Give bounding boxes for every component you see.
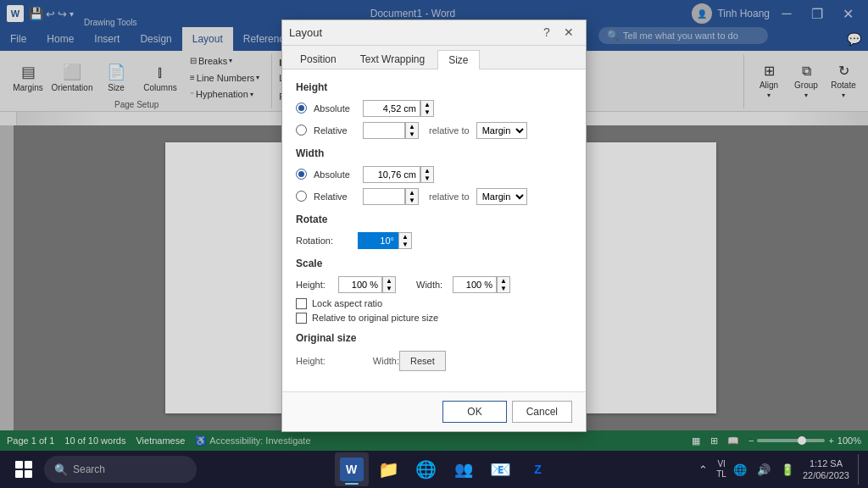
rotation-spin-up[interactable]: ▲: [399, 233, 411, 241]
height-rel-input[interactable]: [363, 122, 405, 139]
width-input[interactable]: [363, 166, 420, 183]
modal-close-button[interactable]: ✕: [559, 23, 579, 42]
height-rel-spinbox: ▲ ▼: [405, 122, 419, 139]
scale-height-spinbox: ▲ ▼: [382, 276, 396, 293]
start-button[interactable]: [7, 452, 41, 486]
height-relative-to-select[interactable]: Margin: [476, 122, 527, 139]
windows-icon: [15, 461, 32, 478]
height-spinbox: ▲ ▼: [420, 100, 434, 117]
taskbar-chrome[interactable]: 🌐: [409, 452, 443, 486]
height-absolute-row: Absolute ▲ ▼: [296, 100, 572, 117]
original-size-section: Original size Height: Width: Reset: [296, 332, 572, 371]
taskbar-zalo[interactable]: Z: [521, 452, 555, 486]
height-rel-spin-up[interactable]: ▲: [406, 123, 418, 130]
taskbar-outlook[interactable]: 📧: [484, 452, 518, 486]
width-input-group: ▲ ▼: [363, 166, 434, 183]
lock-aspect-label: Lock aspect ratio: [312, 298, 382, 308]
modal-tab-size[interactable]: Size: [437, 50, 479, 69]
height-spin-up[interactable]: ▲: [421, 101, 433, 108]
width-spin-up[interactable]: ▲: [421, 167, 433, 175]
width-section-label: Width: [296, 147, 572, 159]
scale-height-label: Height:: [296, 280, 331, 290]
scale-height-spin-up[interactable]: ▲: [383, 277, 395, 285]
tray-chevron-icon[interactable]: ⌃: [693, 459, 713, 480]
scale-height-input-group: ▲ ▼: [338, 276, 396, 293]
relative-original-row: Relative to original picture size: [296, 313, 572, 324]
system-tray: ⌃ VITL 🌐 🔊 🔋: [693, 459, 798, 480]
cancel-button[interactable]: Cancel: [512, 401, 572, 423]
original-height-label: Height:: [296, 356, 326, 366]
width-relative-row: Relative ▲ ▼ relative to Margin: [296, 188, 572, 205]
taskbar-search-label: Search: [73, 463, 105, 475]
width-absolute-row: Absolute ▲ ▼: [296, 166, 572, 183]
taskbar-right: ⌃ VITL 🌐 🔊 🔋 1:12 SA 22/06/2023: [693, 454, 861, 485]
modal-body: Height Absolute ▲ ▼: [282, 69, 586, 391]
volume-icon[interactable]: 🔊: [754, 459, 774, 480]
height-rel-spin-down[interactable]: ▼: [406, 130, 418, 138]
width-relative-to-label: relative to: [429, 191, 470, 202]
original-size-row: Height: Width:: [296, 356, 399, 366]
modal-footer: OK Cancel: [282, 391, 586, 431]
scale-height-spin-down[interactable]: ▼: [383, 285, 395, 292]
height-input[interactable]: [363, 100, 420, 117]
height-rel-input-group: ▲ ▼: [363, 122, 419, 139]
width-rel-input[interactable]: [363, 188, 405, 205]
ok-button[interactable]: OK: [442, 401, 506, 423]
show-desktop-button[interactable]: [858, 454, 861, 485]
height-spin-down[interactable]: ▼: [421, 108, 433, 116]
modal-tab-position[interactable]: Position: [289, 49, 348, 69]
width-spinbox: ▲ ▼: [420, 166, 434, 183]
width-section: Width Absolute ▲ ▼: [296, 147, 572, 205]
rotate-section: Rotate Rotation: ▲ ▼: [296, 214, 572, 249]
width-rel-spinbox: ▲ ▼: [405, 188, 419, 205]
original-width-label: Width:: [373, 356, 399, 366]
height-input-group: ▲ ▼: [363, 100, 434, 117]
width-absolute-label: Absolute: [314, 169, 356, 180]
modal-help-button[interactable]: ?: [537, 23, 557, 42]
taskbar-file-explorer[interactable]: 📁: [372, 452, 406, 486]
scale-width-spin-up[interactable]: ▲: [498, 277, 509, 285]
height-relative-to-label: relative to: [429, 125, 470, 136]
taskbar-teams[interactable]: 👥: [447, 452, 481, 486]
reset-button[interactable]: Reset: [399, 351, 446, 371]
rotation-spin-down[interactable]: ▼: [399, 241, 411, 248]
rotation-spinbox: ▲ ▼: [398, 232, 412, 249]
relative-original-checkbox[interactable]: [296, 313, 307, 324]
scale-height-input[interactable]: [338, 276, 382, 293]
lock-aspect-row: Lock aspect ratio: [296, 298, 572, 309]
layout-dialog: Layout ? ✕ Position Text Wrapping Size H…: [281, 19, 587, 432]
word-app-icon: W: [340, 458, 364, 481]
height-absolute-label: Absolute: [314, 103, 356, 114]
taskbar-word-app[interactable]: W: [335, 452, 369, 486]
taskbar-apps: W 📁 🌐 👥 📧 Z: [200, 452, 689, 486]
taskbar: 🔍 Search W 📁 🌐 👥 📧 Z ⌃ VITL 🌐 🔊 🔋 1:12 S…: [0, 451, 868, 488]
height-relative-row: Relative ▲ ▼ relative to Margin: [296, 122, 572, 139]
height-absolute-radio[interactable]: [296, 103, 307, 114]
width-rel-spin-down[interactable]: ▼: [406, 197, 418, 204]
battery-icon[interactable]: 🔋: [777, 459, 798, 480]
lock-aspect-checkbox[interactable]: [296, 298, 307, 309]
clock[interactable]: 1:12 SA 22/06/2023: [803, 458, 849, 482]
width-spin-down[interactable]: ▼: [421, 175, 433, 182]
width-relative-radio[interactable]: [296, 191, 307, 202]
width-relative-to-select[interactable]: Margin: [476, 188, 527, 205]
scale-width-input[interactable]: [453, 276, 497, 293]
rotate-section-label: Rotate: [296, 214, 572, 225]
relative-original-label: Relative to original picture size: [312, 313, 438, 323]
height-relative-radio[interactable]: [296, 125, 307, 136]
scale-width-spin-down[interactable]: ▼: [498, 285, 509, 292]
height-section: Height Absolute ▲ ▼: [296, 81, 572, 139]
language-indicator[interactable]: VITL: [716, 459, 726, 480]
scale-section-label: Scale: [296, 258, 572, 269]
modal-tabs: Position Text Wrapping Size: [282, 46, 586, 69]
rotation-row: Rotation: ▲ ▼: [296, 232, 572, 249]
taskbar-search[interactable]: 🔍 Search: [44, 456, 197, 483]
rotation-input[interactable]: [358, 232, 398, 249]
width-rel-spin-up[interactable]: ▲: [406, 189, 418, 197]
rotation-label: Rotation:: [296, 236, 351, 246]
width-absolute-radio[interactable]: [296, 169, 307, 180]
modal-overlay: Layout ? ✕ Position Text Wrapping Size H…: [0, 0, 868, 451]
modal-tab-text-wrapping[interactable]: Text Wrapping: [349, 49, 436, 69]
scale-row: Height: ▲ ▼ Width: ▲: [296, 276, 572, 293]
network-icon[interactable]: 🌐: [730, 459, 750, 480]
